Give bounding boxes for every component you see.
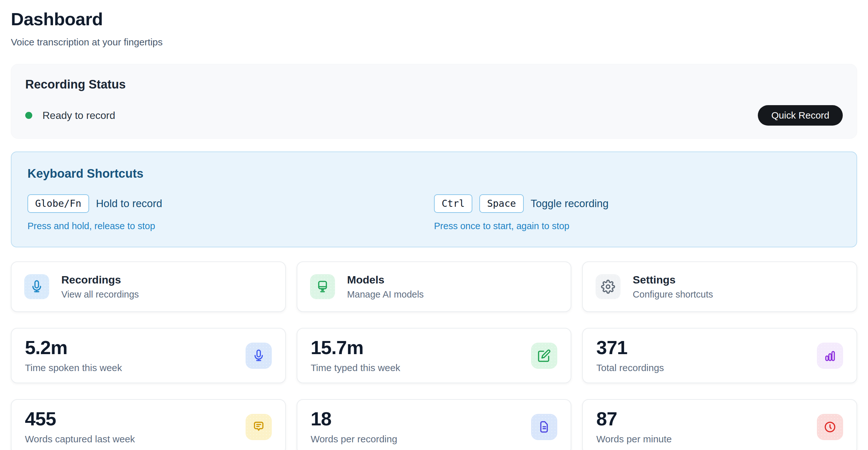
nav-cards-row: Recordings View all recordings Models Ma…: [11, 261, 857, 312]
gear-icon: [596, 274, 620, 299]
stat-card-time-typed: 15.7m Time typed this week: [297, 328, 571, 383]
stat-label: Words per recording: [311, 434, 397, 444]
recording-status-row: Ready to record Quick Record: [25, 105, 843, 125]
nav-card-text: Settings Configure shortcuts: [633, 274, 713, 300]
recording-status-card: Recording Status Ready to record Quick R…: [11, 64, 857, 139]
stat-text: 5.2m Time spoken this week: [25, 338, 122, 373]
nav-card-title: Recordings: [61, 274, 139, 286]
shortcut-hold-to-record: Globe/Fn Hold to record Press and hold, …: [28, 194, 434, 231]
clock-icon: [817, 414, 843, 440]
shortcuts-grid: Globe/Fn Hold to record Press and hold, …: [28, 194, 840, 231]
stat-card-words-per-recording: 18 Words per recording: [297, 399, 571, 450]
key-space: Space: [479, 194, 523, 213]
shortcut-row: Ctrl Space Toggle recording: [434, 194, 840, 213]
stat-card-words-per-minute: 87 Words per minute: [582, 399, 857, 450]
nav-card-subtitle: Manage AI models: [347, 289, 424, 300]
stat-label: Time spoken this week: [25, 362, 122, 373]
stats-row-1: 5.2m Time spoken this week 15.7m Time ty…: [11, 328, 857, 383]
document-icon: [531, 414, 557, 440]
stat-label: Time typed this week: [311, 362, 400, 373]
stat-card-total-recordings: 371 Total recordings: [582, 328, 857, 383]
stat-value: 371: [596, 338, 664, 357]
stat-value: 87: [596, 410, 672, 429]
stat-value: 455: [25, 410, 135, 429]
shortcut-toggle-recording: Ctrl Space Toggle recording Press once t…: [434, 194, 840, 231]
page-subtitle: Voice transcription at your fingertips: [11, 36, 857, 48]
stat-label: Words captured last week: [25, 434, 135, 444]
page-header: Dashboard Voice transcription at your fi…: [11, 9, 857, 48]
microphone-icon: [246, 343, 272, 369]
stat-label: Total recordings: [596, 362, 664, 373]
shortcut-row: Globe/Fn Hold to record: [28, 194, 434, 213]
stat-label: Words per minute: [596, 434, 672, 444]
stat-text: 87 Words per minute: [596, 410, 672, 444]
nav-card-settings[interactable]: Settings Configure shortcuts: [582, 261, 857, 312]
nav-card-models[interactable]: Models Manage AI models: [297, 261, 571, 312]
nav-card-title: Settings: [633, 274, 713, 286]
shortcut-label: Toggle recording: [531, 198, 609, 210]
page-title: Dashboard: [11, 9, 857, 29]
shortcut-hint: Press and hold, release to stop: [28, 221, 434, 231]
recording-status-title: Recording Status: [25, 78, 843, 92]
nav-card-title: Models: [347, 274, 424, 286]
microphone-icon: [24, 274, 49, 299]
nav-card-subtitle: View all recordings: [61, 289, 139, 300]
shortcut-hint: Press once to start, again to stop: [434, 221, 840, 231]
stat-value: 15.7m: [311, 338, 400, 357]
stats-row-2: 455 Words captured last week 18 Words pe…: [11, 399, 857, 450]
quick-record-button[interactable]: Quick Record: [758, 105, 843, 125]
edit-icon: [531, 343, 557, 369]
status-indicator: Ready to record: [25, 110, 115, 121]
stat-text: 455 Words captured last week: [25, 410, 135, 444]
stat-card-time-spoken: 5.2m Time spoken this week: [11, 328, 286, 383]
bar-chart-icon: [817, 343, 843, 369]
stat-card-words-captured: 455 Words captured last week: [11, 399, 286, 450]
key-globe-fn: Globe/Fn: [28, 194, 89, 213]
stat-text: 15.7m Time typed this week: [311, 338, 400, 373]
nav-card-text: Recordings View all recordings: [61, 274, 139, 300]
monitor-icon: [310, 274, 335, 299]
stat-text: 18 Words per recording: [311, 410, 397, 444]
status-dot-icon: [25, 112, 32, 119]
keyboard-shortcuts-title: Keyboard Shortcuts: [28, 167, 840, 181]
message-icon: [246, 414, 272, 440]
keyboard-shortcuts-card: Keyboard Shortcuts Globe/Fn Hold to reco…: [11, 151, 857, 247]
stat-value: 18: [311, 410, 397, 429]
stat-value: 5.2m: [25, 338, 122, 357]
nav-card-subtitle: Configure shortcuts: [633, 289, 713, 300]
status-text: Ready to record: [42, 110, 115, 121]
key-ctrl: Ctrl: [434, 194, 472, 213]
nav-card-recordings[interactable]: Recordings View all recordings: [11, 261, 286, 312]
shortcut-label: Hold to record: [96, 198, 162, 210]
stat-text: 371 Total recordings: [596, 338, 664, 373]
nav-card-text: Models Manage AI models: [347, 274, 424, 300]
